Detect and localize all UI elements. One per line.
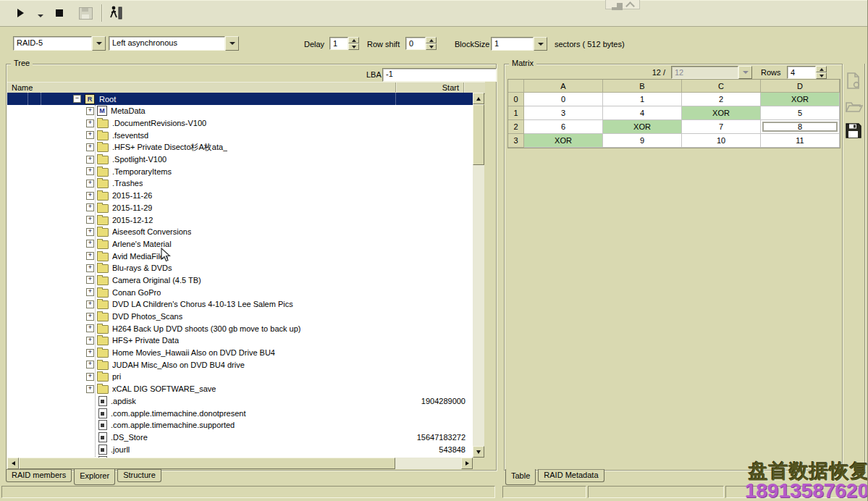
- tree-item[interactable]: +.TemporaryItems: [7, 165, 473, 177]
- tree-item[interactable]: +Conan GoPro: [7, 286, 473, 298]
- tree-item[interactable]: +.fseventsd: [7, 129, 473, 141]
- matrix-row-header[interactable]: 2: [508, 120, 524, 134]
- tree-item[interactable]: +JUDAH Misc_Also on DVD BU4 drive: [7, 358, 473, 371]
- spin-up-icon[interactable]: [426, 37, 437, 43]
- tree-item[interactable]: +DVD LA Children's Chorus 4-10-13 Lee Sa…: [7, 298, 473, 311]
- scrollbar-thumb[interactable]: [473, 104, 484, 165]
- play-options-dropdown[interactable]: [32, 7, 49, 25]
- tab-raid-metadata[interactable]: RAID Metadata: [538, 469, 604, 482]
- matrix-cell[interactable]: 3: [524, 106, 603, 120]
- stop-button[interactable]: [51, 4, 68, 22]
- delay-stepper[interactable]: 1: [329, 37, 359, 50]
- expand-icon[interactable]: +: [86, 131, 94, 139]
- scroll-left-button[interactable]: [7, 458, 19, 469]
- column-divider[interactable]: [463, 83, 464, 93]
- matrix-column-header[interactable]: B: [603, 80, 682, 93]
- grid-collapse-icon[interactable]: [605, 0, 640, 9]
- matrix-row-header[interactable]: 1: [508, 106, 524, 120]
- save-matrix-button[interactable]: [846, 123, 863, 140]
- tree-horizontal-scrollbar[interactable]: [7, 458, 473, 469]
- matrix-cell[interactable]: 5: [761, 106, 840, 120]
- row-shift-value[interactable]: 0: [405, 37, 426, 50]
- combo-dropdown-button[interactable]: [534, 37, 547, 51]
- tree-item[interactable]: +.HFS+ Private Disecto杉A枚ata_: [7, 141, 473, 153]
- scrollbar-thumb[interactable]: [19, 458, 395, 469]
- tree-item[interactable]: +.DocumentRevisions-V100: [7, 117, 473, 130]
- expand-icon[interactable]: +: [86, 119, 94, 127]
- scroll-down-button[interactable]: [473, 446, 484, 458]
- matrix-cell[interactable]: 9: [603, 134, 682, 148]
- tree-item[interactable]: .com.apple.timemachine.donotpresent: [7, 407, 473, 419]
- column-divider[interactable]: [395, 83, 396, 93]
- matrix-row-header[interactable]: 3: [508, 134, 524, 148]
- matrix-cell[interactable]: 1: [603, 93, 682, 106]
- expand-icon[interactable]: +: [86, 240, 94, 248]
- scroll-right-button[interactable]: [461, 458, 473, 469]
- matrix-cell[interactable]: 2: [682, 93, 761, 106]
- name-column-header[interactable]: Name: [12, 83, 33, 92]
- expand-icon[interactable]: +: [86, 349, 94, 357]
- collapse-icon[interactable]: −: [73, 95, 81, 103]
- matrix-cell[interactable]: XOR: [682, 106, 761, 120]
- combo-dropdown-button[interactable]: [92, 36, 106, 51]
- matrix-column-header[interactable]: C: [682, 80, 761, 93]
- matrix-cell[interactable]: 8: [761, 120, 840, 134]
- rows-value[interactable]: 4: [787, 66, 816, 79]
- tab-raid-members[interactable]: RAID members: [6, 469, 72, 482]
- matrix-column-header[interactable]: D: [761, 80, 840, 93]
- expand-icon[interactable]: +: [86, 143, 94, 151]
- expand-icon[interactable]: +: [86, 156, 94, 164]
- tree-item[interactable]: +2015-11-29: [7, 202, 473, 214]
- tab-explorer[interactable]: Explorer: [74, 469, 115, 485]
- expand-icon[interactable]: +: [86, 337, 94, 345]
- matrix-cell[interactable]: 7: [682, 120, 761, 134]
- expand-icon[interactable]: +: [86, 180, 94, 188]
- tree-item[interactable]: +Camera Original (4.5 TB): [7, 274, 473, 287]
- matrix-cell[interactable]: XOR: [761, 93, 840, 106]
- expand-icon[interactable]: +: [86, 385, 94, 393]
- blocksize-combo[interactable]: 1: [491, 37, 547, 51]
- delay-value[interactable]: 1: [329, 37, 348, 50]
- scroll-up-button[interactable]: [473, 93, 484, 104]
- combo-dropdown-button[interactable]: [225, 36, 239, 51]
- expand-icon[interactable]: +: [86, 324, 94, 332]
- expand-icon[interactable]: +: [86, 107, 94, 115]
- matrix-cell[interactable]: XOR: [603, 120, 682, 134]
- matrix-row-header[interactable]: 0: [508, 93, 524, 106]
- tree-item[interactable]: +2015-11-26: [7, 190, 473, 202]
- tab-table[interactable]: Table: [505, 469, 536, 485]
- tree-item[interactable]: [7, 455, 473, 458]
- tree-item[interactable]: +.Trashes: [7, 177, 473, 190]
- tree-item[interactable]: .jourll543848: [7, 443, 473, 455]
- combo-dropdown-button[interactable]: [738, 66, 752, 79]
- new-file-button[interactable]: [846, 72, 863, 91]
- tree-item[interactable]: +Blu-rays & DVDs: [7, 262, 473, 274]
- tree-item[interactable]: +H264 Back Up DVD shoots (300 gb move to…: [7, 322, 473, 334]
- expand-icon[interactable]: +: [86, 167, 94, 175]
- tree-item[interactable]: .apdisk1904289000: [7, 395, 473, 408]
- expand-icon[interactable]: +: [86, 313, 94, 321]
- expand-icon[interactable]: +: [86, 361, 94, 369]
- step-run-button[interactable]: [107, 3, 127, 23]
- open-folder-button[interactable]: [846, 100, 863, 114]
- matrix-cell[interactable]: XOR: [524, 134, 603, 148]
- tree-item[interactable]: +Aiseesoft Conversions: [7, 226, 473, 238]
- matrix-cell[interactable]: 4: [603, 106, 682, 120]
- lba-input[interactable]: -1: [382, 68, 497, 82]
- play-button[interactable]: [12, 4, 29, 22]
- tree-item[interactable]: +HFS+ Private Data: [7, 334, 473, 347]
- expand-icon[interactable]: +: [86, 264, 94, 272]
- tree-item[interactable]: +2015-12-12: [7, 214, 473, 226]
- matrix-column-header[interactable]: A: [524, 80, 603, 93]
- expand-icon[interactable]: +: [86, 252, 94, 260]
- matrix-cell[interactable]: 0: [524, 93, 603, 106]
- expand-icon[interactable]: +: [86, 276, 94, 284]
- tree-item[interactable]: +Arlene's Material: [7, 238, 473, 250]
- tree-vertical-scrollbar[interactable]: [473, 93, 484, 458]
- raid-type-combo[interactable]: RAID-5: [13, 36, 106, 51]
- expand-icon[interactable]: +: [86, 373, 94, 381]
- raid-layout-combo[interactable]: Left asynchronous: [109, 36, 239, 51]
- matrix-cell[interactable]: 11: [761, 134, 840, 148]
- tree-item[interactable]: +xCAL DIG SOFTWARE_save: [7, 383, 473, 395]
- matrix-cell[interactable]: 6: [524, 120, 603, 134]
